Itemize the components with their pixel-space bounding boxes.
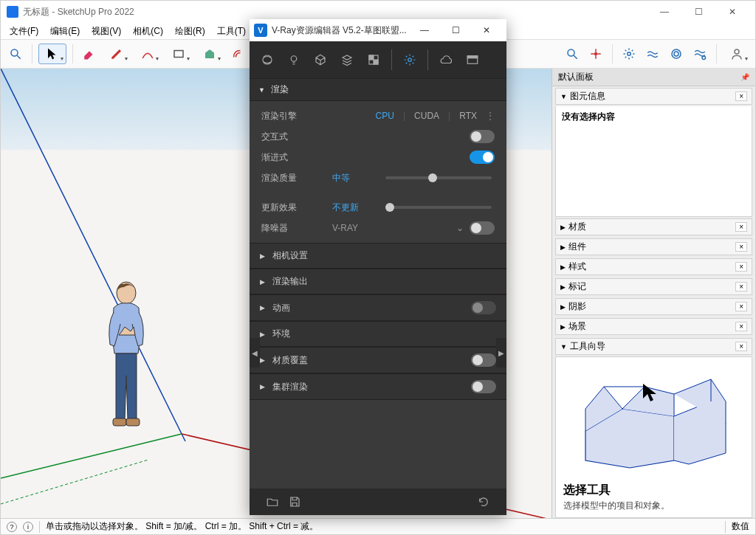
section-components[interactable]: ▶组件×	[555, 238, 752, 255]
svg-point-6	[628, 52, 631, 56]
accordion-material-override[interactable]: ▶材质覆盖	[250, 347, 506, 373]
menu-camera[interactable]: 相机(C)	[127, 24, 169, 39]
vray-close-button[interactable]: ✕	[471, 19, 502, 41]
gear2-icon[interactable]	[666, 44, 687, 64]
gear-icon[interactable]	[619, 44, 639, 64]
minimize-button[interactable]: —	[647, 1, 681, 23]
arc-tool[interactable]	[134, 44, 162, 64]
engine-cuda[interactable]: CUDA	[414, 111, 439, 121]
engine-rtx[interactable]: RTX	[459, 111, 477, 121]
vray-collapse-right[interactable]: ▶	[496, 338, 506, 367]
info-icon[interactable]: ?	[7, 522, 17, 532]
section-close-icon[interactable]: ×	[735, 302, 747, 311]
toggle-progressive[interactable]	[470, 151, 495, 164]
toggle-material-override[interactable]	[471, 353, 496, 367]
svg-point-0	[11, 49, 18, 56]
pushpull-tool[interactable]	[196, 44, 224, 64]
tab-layers-icon[interactable]	[334, 46, 360, 73]
default-panel-title: 默认面板	[558, 71, 594, 83]
offset-tool[interactable]	[227, 44, 247, 64]
maximize-button[interactable]: ☐	[681, 1, 715, 23]
engine-cpu[interactable]: CPU	[376, 111, 394, 121]
vray-tabs	[250, 41, 506, 78]
toggle-denoiser[interactable]	[470, 221, 495, 235]
svg-point-9	[702, 56, 706, 60]
svg-rect-16	[113, 418, 126, 426]
svg-rect-21	[369, 55, 374, 60]
section-materials[interactable]: ▶材质×	[555, 218, 752, 235]
section-entity-info[interactable]: ▼ 图元信息 ×	[555, 88, 752, 105]
vray-footer	[250, 489, 506, 515]
tab-materials-icon[interactable]	[254, 46, 281, 73]
tab-textures-icon[interactable]	[360, 46, 387, 73]
waves-icon[interactable]	[642, 44, 663, 64]
section-close-icon[interactable]: ×	[735, 342, 747, 351]
tab-render-icon[interactable]	[433, 46, 459, 73]
close-button[interactable]: ✕	[715, 1, 749, 23]
vray-dialog[interactable]: V V-Ray资源编辑器 V5.2-草图联盟... — ☐ ✕	[250, 19, 506, 515]
instructor-illustration	[578, 365, 733, 475]
svg-rect-2	[174, 51, 183, 58]
vray-titlebar[interactable]: V V-Ray资源编辑器 V5.2-草图联盟... — ☐ ✕	[250, 19, 506, 41]
section-close-icon[interactable]: ×	[735, 92, 747, 101]
user-icon[interactable]	[723, 44, 751, 64]
menu-draw[interactable]: 绘图(R)	[169, 24, 211, 39]
section-shadows[interactable]: ▶阴影×	[555, 298, 752, 315]
accordion-output[interactable]: ▶渲染输出	[250, 269, 506, 294]
revert-icon[interactable]	[472, 491, 495, 513]
menu-tools[interactable]: 工具(T)	[211, 24, 252, 39]
section-instructor[interactable]: ▼工具向导×	[555, 338, 752, 355]
eraser-tool[interactable]	[79, 44, 100, 64]
target-icon[interactable]	[585, 44, 606, 64]
select-tool[interactable]	[38, 44, 66, 64]
toggle-swarm[interactable]	[471, 380, 496, 393]
menu-file[interactable]: 文件(F)	[4, 24, 44, 39]
svg-line-4	[574, 55, 577, 59]
quality-value: 中等	[332, 172, 377, 184]
tab-lights-icon[interactable]	[281, 46, 307, 73]
section-styles[interactable]: ▶样式×	[555, 258, 752, 275]
section-close-icon[interactable]: ×	[735, 262, 747, 272]
right-panel: 默认面板 📌 ▼ 图元信息 × 没有选择内容 ▶材质× ▶组件× ▶样式× ▶标…	[551, 69, 755, 518]
svg-rect-17	[126, 418, 140, 426]
accordion-camera[interactable]: ▶相机设置	[250, 243, 506, 269]
section-tags[interactable]: ▶标记×	[555, 278, 752, 295]
accordion-environment[interactable]: ▶环境	[250, 321, 506, 347]
section-close-icon[interactable]: ×	[735, 242, 747, 252]
vray-collapse-left[interactable]: ◀	[250, 338, 260, 367]
tab-framebuffer-icon[interactable]	[459, 46, 486, 73]
quality-slider[interactable]	[385, 176, 492, 179]
menu-edit[interactable]: 编辑(E)	[44, 24, 86, 39]
default-panel-header[interactable]: 默认面板 📌	[552, 69, 755, 86]
vray-minimize-button[interactable]: —	[409, 19, 440, 41]
tab-settings-icon[interactable]	[396, 46, 423, 73]
save-icon[interactable]	[284, 491, 306, 513]
chevron-down-icon[interactable]: ⌄	[456, 223, 464, 233]
update-value: 不更新	[332, 201, 377, 214]
svg-point-23	[408, 58, 412, 62]
accordion-animation[interactable]: ▶动画	[250, 294, 506, 321]
folder-icon[interactable]	[261, 491, 284, 513]
toggle-animation[interactable]	[471, 301, 496, 314]
tab-geometry-icon[interactable]	[307, 46, 334, 73]
help-icon[interactable]: i	[23, 522, 33, 532]
toggle-interactive[interactable]	[470, 130, 495, 143]
row-update: 更新效果 不更新	[261, 197, 495, 218]
pin-icon[interactable]: 📌	[740, 73, 749, 81]
vray-maximize-button[interactable]: ☐	[440, 19, 471, 41]
section-render[interactable]: ▼ 渲染	[250, 78, 506, 101]
section-close-icon[interactable]: ×	[735, 322, 747, 331]
accordion-swarm[interactable]: ▶集群渲染	[250, 373, 506, 400]
section-close-icon[interactable]: ×	[735, 282, 747, 291]
rectangle-tool[interactable]	[165, 44, 193, 64]
entity-info-title: 图元信息	[570, 90, 605, 103]
update-slider[interactable]	[385, 206, 492, 209]
menu-view[interactable]: 视图(V)	[86, 24, 127, 39]
zoom-tool[interactable]	[562, 44, 583, 64]
section-scenes[interactable]: ▶场景×	[555, 318, 752, 335]
value-label: 数值	[732, 520, 749, 533]
search-icon[interactable]	[5, 44, 26, 64]
pencil-tool[interactable]	[103, 44, 131, 64]
waves2-icon[interactable]	[690, 44, 710, 64]
section-close-icon[interactable]: ×	[735, 222, 747, 232]
